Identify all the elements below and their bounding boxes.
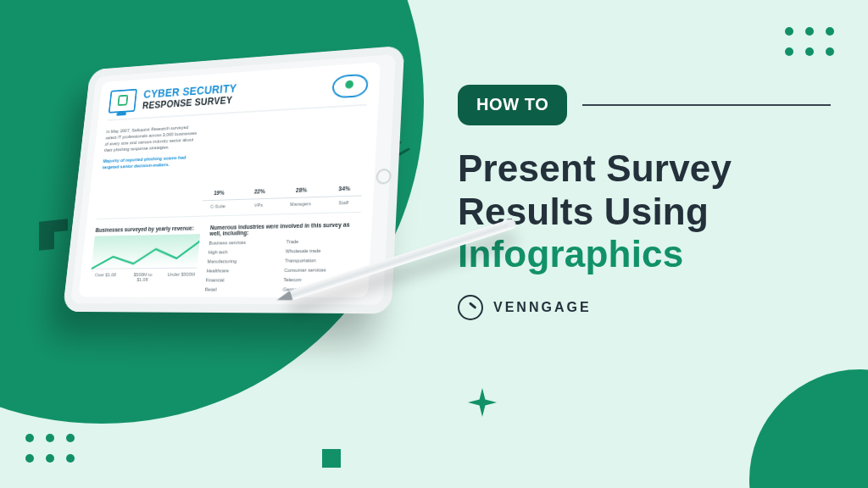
divider	[97, 212, 361, 219]
sparkle-icon	[468, 388, 497, 417]
dot-grid-top-right	[785, 27, 837, 59]
bar	[287, 195, 314, 196]
bar-label: 22%	[254, 188, 265, 194]
bullet: Wholesale trade	[285, 247, 359, 255]
bullet: Transportation	[285, 257, 359, 265]
how-to-badge: HOW TO	[458, 85, 567, 125]
section-title: Businesses surveyed by yearly revenue:	[95, 225, 201, 232]
bullet: Retail	[204, 286, 275, 293]
bullet: High tech	[208, 248, 278, 257]
bullet: Trade	[286, 237, 359, 247]
brand-name: VENNGAGE	[493, 300, 592, 315]
area-chart	[92, 234, 201, 269]
doc-intro-col: In May 2007, Safepoint Research surveyed…	[97, 124, 200, 213]
doc-area-col: Businesses surveyed by yearly revenue: O…	[88, 225, 201, 293]
bar	[205, 197, 231, 198]
tablet-screen: CYBER SECURITY RESPONSE SURVEY In May 20…	[78, 62, 381, 297]
doc-chart-col: 19% 22% 28% 34% C-Suite VPs Managers Sta…	[202, 114, 367, 209]
accent-square	[322, 449, 341, 468]
bar-chart: 19% 22% 28% 34%	[202, 114, 366, 201]
bullet: Manufacturing	[207, 258, 277, 266]
divider-line	[582, 104, 831, 106]
bar	[246, 197, 273, 197]
dot-grid-bottom-left	[25, 434, 78, 466]
bar	[330, 194, 358, 195]
section-title: Numerous industries were involved in thi…	[209, 221, 360, 236]
bullet: Financial	[205, 276, 275, 284]
x-label: Managers	[283, 201, 318, 207]
eye-icon	[331, 74, 369, 99]
headline-line: Present Survey	[458, 147, 831, 191]
bar-label: 34%	[338, 186, 350, 192]
bar-label: 28%	[296, 187, 308, 193]
bullet: Healthcare	[206, 267, 276, 275]
lock-icon	[118, 95, 129, 106]
x-label: Staff	[326, 200, 361, 206]
bg-blob-bottom-right	[749, 369, 868, 488]
doc-title: CYBER SECURITY RESPONSE SURVEY	[142, 81, 236, 111]
brand-row: VENNGAGE	[458, 295, 831, 320]
copy-column: HOW TO Present Survey Results Using Info…	[458, 85, 831, 320]
brand-logo-icon	[458, 295, 483, 320]
headline: Present Survey Results Using Infographic…	[458, 147, 831, 276]
bar-label: 19%	[214, 190, 225, 196]
x-label: VPs	[242, 202, 275, 208]
bullet: Business services	[209, 238, 279, 247]
badge-row: HOW TO	[458, 85, 831, 125]
doc-row: In May 2007, Safepoint Research surveyed…	[97, 114, 366, 212]
accent-square	[297, 20, 319, 46]
headline-accent: Infographics	[458, 233, 831, 276]
monitor-icon	[108, 89, 137, 114]
tablet-illustration: CYBER SECURITY RESPONSE SURVEY In May 20…	[51, 51, 424, 356]
x-label: C-Suite	[202, 203, 235, 209]
tablet-home-button-icon	[376, 169, 392, 185]
doc-header: CYBER SECURITY RESPONSE SURVEY	[108, 73, 369, 121]
